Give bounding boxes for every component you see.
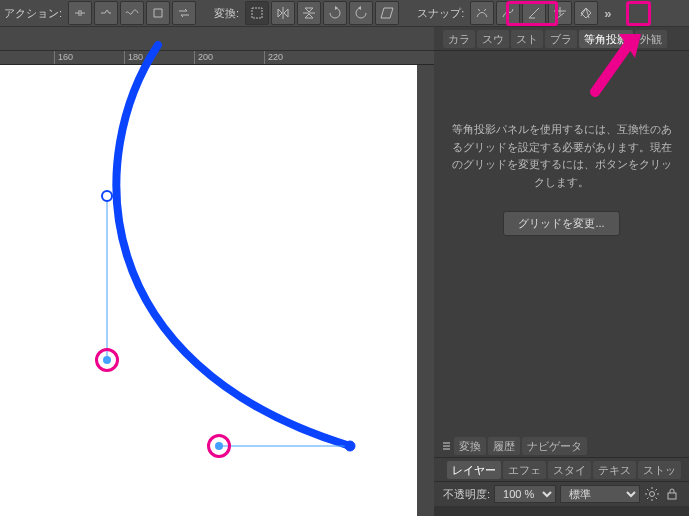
- transform-rotate-ccw-icon[interactable]: [349, 1, 373, 25]
- opacity-select[interactable]: 100 %: [494, 485, 556, 503]
- tab-swatch[interactable]: スウ: [477, 30, 509, 48]
- handle-node[interactable]: [103, 356, 111, 364]
- svg-rect-4: [668, 493, 676, 499]
- transform-skew-icon[interactable]: [375, 1, 399, 25]
- tab-layers[interactable]: レイヤー: [447, 461, 501, 479]
- handle-node[interactable]: [215, 442, 223, 450]
- action-wave-icon[interactable]: [120, 1, 144, 25]
- overflow-chevrons-icon[interactable]: »: [604, 6, 611, 21]
- ruler-tick: 220: [264, 51, 265, 65]
- ruler-tick: 160: [54, 51, 55, 65]
- ruler-horizontal: 160 180 200 220: [0, 51, 434, 65]
- tab-isometric[interactable]: 等角投影: [579, 30, 633, 48]
- canvas-gutter: [417, 65, 434, 516]
- lock-icon[interactable]: [664, 486, 680, 502]
- layer-list-area: [434, 506, 689, 516]
- tab-stock[interactable]: ストッ: [638, 461, 681, 479]
- collapse-icon[interactable]: [443, 442, 450, 450]
- snap-curve-ends-icon[interactable]: [496, 1, 520, 25]
- snap-perpendicular-icon[interactable]: [548, 1, 572, 25]
- svg-rect-0: [252, 8, 262, 18]
- panel-bottom-tabs: レイヤー エフェ スタイ テキス ストッ: [434, 458, 689, 482]
- transform-rotate-cw-icon[interactable]: [323, 1, 347, 25]
- tab-history[interactable]: 履歴: [488, 437, 520, 455]
- transform-bounds-icon[interactable]: [245, 1, 269, 25]
- panel-mid-tabs: 変換 履歴 ナビゲータ: [434, 434, 689, 458]
- layer-opacity-row: 不透明度: 100 % 標準: [434, 482, 689, 506]
- tab-brush[interactable]: ブラ: [545, 30, 577, 48]
- tab-transform[interactable]: 変換: [454, 437, 486, 455]
- transform-flip-h-icon[interactable]: [271, 1, 295, 25]
- isometric-message: 等角投影パネルを使用するには、互換性のあるグリッドを設定する必要があります。現在…: [434, 51, 689, 211]
- tab-appearance[interactable]: 外観: [635, 30, 667, 48]
- snap-angle-icon[interactable]: [522, 1, 546, 25]
- transform-label: 変換:: [214, 6, 239, 21]
- svg-point-3: [650, 492, 655, 497]
- blend-mode-select[interactable]: 標準: [560, 485, 640, 503]
- transform-flip-v-icon[interactable]: [297, 1, 321, 25]
- snap-curve-align-icon[interactable]: [470, 1, 494, 25]
- action-label: アクション:: [4, 6, 62, 21]
- action-reverse-icon[interactable]: [172, 1, 196, 25]
- path-node-end[interactable]: [345, 441, 355, 451]
- panel-top-tabs: カラ スウ スト ブラ 等角投影 外観: [434, 27, 689, 51]
- action-join-icon[interactable]: [94, 1, 118, 25]
- action-split-h-icon[interactable]: [68, 1, 92, 25]
- top-toolbar: アクション: 変換: スナップ: »: [0, 0, 689, 27]
- tab-color[interactable]: カラ: [443, 30, 475, 48]
- tab-stroke[interactable]: スト: [511, 30, 543, 48]
- tab-text[interactable]: テキス: [593, 461, 636, 479]
- change-grid-button[interactable]: グリッドを変更...: [503, 211, 619, 236]
- tab-effects[interactable]: エフェ: [503, 461, 546, 479]
- vector-path[interactable]: [0, 65, 417, 516]
- snap-node-icon[interactable]: [574, 1, 598, 25]
- sub-toolbar: [0, 27, 434, 51]
- gear-icon[interactable]: [644, 486, 660, 502]
- tab-navigator[interactable]: ナビゲータ: [522, 437, 587, 455]
- action-close-path-icon[interactable]: [146, 1, 170, 25]
- snap-label: スナップ:: [417, 6, 464, 21]
- path-node[interactable]: [102, 191, 112, 201]
- right-panel: カラ スウ スト ブラ 等角投影 外観 等角投影パネルを使用するには、互換性のあ…: [434, 27, 689, 516]
- opacity-label: 不透明度:: [443, 487, 490, 502]
- ruler-tick: 180: [124, 51, 125, 65]
- canvas[interactable]: [0, 65, 417, 516]
- ruler-tick: 200: [194, 51, 195, 65]
- tab-styles[interactable]: スタイ: [548, 461, 591, 479]
